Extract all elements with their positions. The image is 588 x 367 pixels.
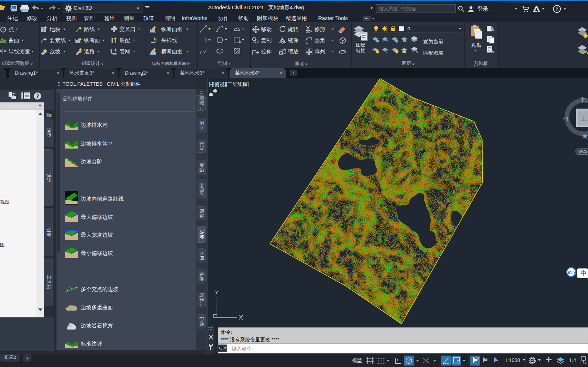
svg-text:上: 上	[581, 115, 587, 122]
svg-text:?: ?	[555, 6, 558, 12]
svg-text:0: 0	[407, 26, 410, 31]
svg-text:北: 北	[580, 96, 586, 102]
svg-text:Y: Y	[215, 289, 218, 295]
svg-text:?: ?	[36, 93, 39, 99]
svg-text:西: 西	[563, 115, 568, 121]
svg-text:南: 南	[582, 133, 588, 139]
